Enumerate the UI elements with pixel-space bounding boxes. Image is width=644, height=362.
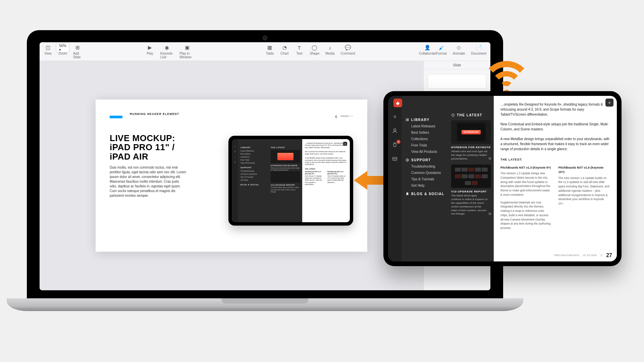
- svg-rect-2: [406, 119, 407, 119]
- nav-column: LIBRARY Latest Releases Best Sellers Col…: [401, 96, 448, 261]
- doc-paragraph: A new MetaBar design brings unparalleled…: [500, 136, 610, 152]
- embedded-ipad-mockup: ≡ ◔ ⌂ ✉ LIBRARY Latest Releases Best Sel…: [228, 136, 353, 226]
- card2-subtitle: The latest iWork apps continue to refine…: [451, 194, 491, 216]
- inspector-tab-slide[interactable]: Slide: [424, 61, 490, 69]
- close-button[interactable]: ×: [605, 99, 613, 107]
- nav-troubleshooting[interactable]: Troubleshooting: [411, 165, 444, 168]
- nav-collections[interactable]: Collections: [411, 137, 444, 141]
- nav-tips[interactable]: Tips & Tutorials: [411, 177, 444, 181]
- collaborate-button[interactable]: 👤Collaborate: [419, 44, 436, 55]
- svg-rect-7: [407, 120, 409, 121]
- nav-common-questions[interactable]: Common Questions: [411, 171, 444, 175]
- user-icon[interactable]: [391, 127, 398, 134]
- camera-dot: [263, 36, 267, 40]
- insert-shape-button[interactable]: ◯Shape: [310, 44, 319, 55]
- menu-icon: ≡: [234, 145, 235, 147]
- doc-col2-heading: PitchBoards NXT v1.6 (Keynote 10+): [558, 166, 610, 175]
- nav-view-all[interactable]: View All Products: [411, 150, 444, 154]
- nav-heading-library: LIBRARY: [406, 118, 444, 122]
- menu-icon[interactable]: ≡: [391, 113, 398, 120]
- icon-rail: ≡ 2: [388, 96, 401, 261]
- app-logo-icon: ◆: [393, 99, 402, 107]
- doc-footer: TRES MUCHACHOS 07.15.2018 2 27: [554, 251, 612, 259]
- document-column[interactable]: …ompletely Re-Designed for Keynote 8+, s…: [494, 96, 617, 261]
- slide: RUNNING HEADER ELEMENT 6 LIVE MOCKUP: iP…: [96, 100, 367, 252]
- card1-title: HYPERION FOR KEYNOTE: [451, 146, 491, 149]
- feature-card-v10[interactable]: [451, 165, 491, 188]
- feature-card-hyperion[interactable]: HYPERION: [451, 120, 491, 144]
- nav-heading-blog: BLOG & SOCIAL: [406, 192, 444, 196]
- inspector-block: [428, 74, 486, 89]
- svg-rect-3: [407, 119, 409, 119]
- zoom-select[interactable]: 50% ▾Zoom: [58, 44, 67, 59]
- svg-point-9: [407, 160, 408, 161]
- card1-subtitle: Vibrant color and bold type set the stag…: [451, 150, 491, 161]
- play-button[interactable]: ▶Play: [146, 44, 154, 59]
- doc-subheading: THE LATEST:: [500, 158, 610, 162]
- view-button[interactable]: ◫View: [44, 44, 52, 59]
- cart-icon[interactable]: 2: [391, 141, 398, 148]
- document-button[interactable]: 📄Document: [471, 44, 486, 55]
- slide-title: LIVE MOCKUP: iPAD PRO 11" / iPAD AIR: [110, 134, 194, 161]
- add-slide-button[interactable]: ⊞Add Slide: [73, 44, 82, 59]
- doc-paragraph: New Contextual and Embed-style setups jo…: [500, 122, 610, 132]
- play-in-window-button[interactable]: ▣Play in Window: [179, 44, 195, 59]
- keynote-live-button[interactable]: ◉Keynote Live: [160, 44, 173, 59]
- doc-col1-heading: PitchBoards NXT v1.3 (Keynote 8+): [500, 166, 552, 170]
- running-header: RUNNING HEADER ELEMENT: [130, 112, 353, 116]
- external-link-icon: ⧉: [489, 156, 491, 161]
- keynote-toolbar: ◫View 50% ▾Zoom ⊞Add Slide ▶Play ◉Keynot…: [40, 42, 490, 61]
- insert-media-button[interactable]: ♪Media: [325, 44, 334, 55]
- insert-text-button[interactable]: TText: [295, 44, 304, 55]
- ipad-mockup: ◆ × ≡ 2 LIBRARY Latest Releases Best Sel…: [383, 91, 622, 266]
- insert-comment-button[interactable]: 💬Comment: [341, 44, 355, 55]
- nav-free-trials[interactable]: Free Trials: [411, 143, 444, 147]
- page-number: 6: [335, 115, 337, 119]
- insert-chart-button[interactable]: ◔Chart: [280, 44, 289, 55]
- accent-bar: [110, 116, 122, 118]
- inbox-icon[interactable]: [391, 156, 398, 162]
- external-link-icon: ⧉: [489, 212, 491, 216]
- insert-table-button[interactable]: ▦Table: [265, 44, 274, 55]
- svg-rect-1: [393, 157, 397, 160]
- mail-icon: ✉: [234, 161, 236, 163]
- svg-point-0: [394, 129, 396, 131]
- nav-heading-support: SUPPORT: [406, 158, 444, 162]
- cart-badge: 2: [396, 140, 400, 144]
- doc-paragraph: …ompletely Re-Designed for Keynote 8+, s…: [500, 102, 610, 117]
- nav-latest-releases[interactable]: Latest Releases: [411, 124, 444, 128]
- slide-body: Duis mollis, est non commodo luctus, nis…: [110, 165, 187, 198]
- latest-column: THE LATEST HYPERION HYPERION FOR KEYNOTE…: [448, 96, 494, 261]
- card2-title: V10 UPGRADE REPORT: [451, 190, 491, 193]
- nav-best-sellers[interactable]: Best Sellers: [411, 131, 444, 134]
- progress-bar: [340, 115, 353, 117]
- close-icon: ×: [343, 142, 347, 146]
- svg-rect-4: [406, 120, 407, 120]
- format-button[interactable]: 🖌Format: [436, 44, 447, 55]
- svg-rect-6: [406, 120, 407, 121]
- latest-heading: THE LATEST: [451, 113, 491, 117]
- user-icon: ◔: [234, 150, 236, 153]
- nav-get-help[interactable]: Get Help: [411, 184, 444, 187]
- arrow-left-icon: [354, 171, 387, 190]
- svg-rect-5: [407, 120, 409, 120]
- animate-button[interactable]: ◇Animate: [453, 44, 465, 55]
- bag-icon: ⌂: [234, 156, 235, 158]
